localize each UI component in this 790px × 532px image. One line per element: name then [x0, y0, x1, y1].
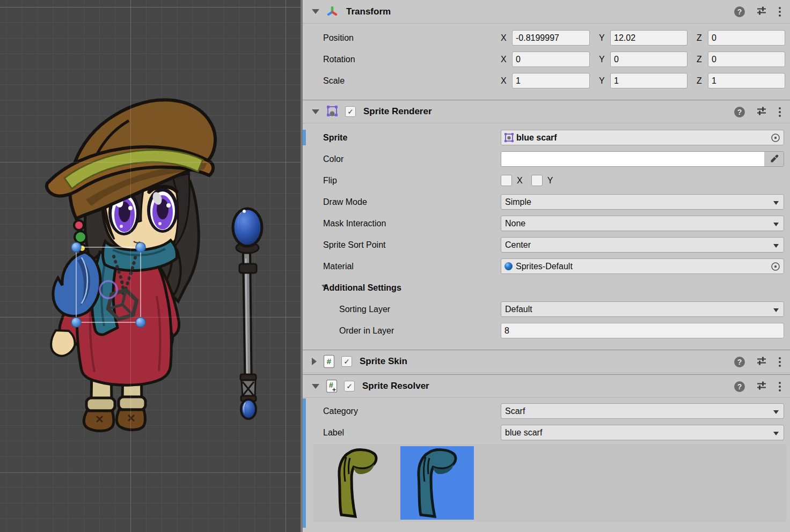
- foldout-icon[interactable]: [312, 9, 319, 14]
- help-icon[interactable]: ?: [734, 357, 745, 367]
- thumbnail-blue-scarf-selected[interactable]: [400, 446, 474, 520]
- sprite-sort-point-dropdown[interactable]: Center: [501, 237, 784, 253]
- svg-text:#: #: [327, 357, 332, 366]
- additional-settings-row[interactable]: Additional Settings: [303, 280, 790, 295]
- category-label: Category: [323, 407, 358, 416]
- unity-editor: Transform ? Position X-0.8199997 Y12.02 …: [0, 0, 790, 532]
- foldout-icon[interactable]: [312, 384, 319, 389]
- foldout-icon[interactable]: [312, 109, 319, 114]
- position-y-field[interactable]: 12.02: [610, 30, 687, 46]
- sprite-thumb-icon: [504, 132, 514, 143]
- mask-interaction-value: None: [505, 219, 525, 228]
- flip-x-label: X: [517, 176, 523, 186]
- axis-z-label: Z: [697, 33, 708, 43]
- staff-sprite[interactable]: [233, 209, 262, 419]
- rotation-y-field[interactable]: 0: [610, 51, 687, 67]
- eyedropper-icon[interactable]: [764, 152, 784, 166]
- transform-header[interactable]: Transform ?: [303, 0, 790, 24]
- presets-icon[interactable]: [756, 5, 767, 18]
- sprite-row: Sprite blue scarf: [303, 130, 790, 145]
- transform-icon: [326, 5, 339, 18]
- rotation-z-field[interactable]: 0: [708, 51, 785, 67]
- axis-y-label: Y: [599, 76, 610, 86]
- position-label: Position: [323, 33, 354, 43]
- flip-y-checkbox[interactable]: [531, 175, 543, 186]
- axis-z-label: Z: [697, 55, 708, 64]
- sprite-label: Sprite: [323, 133, 347, 143]
- sprite-value: blue scarf: [516, 133, 557, 143]
- flip-y-label: Y: [547, 176, 553, 186]
- scale-z-field[interactable]: 1: [708, 73, 785, 88]
- sprite-sort-point-row: Sprite Sort Point Center: [303, 237, 790, 253]
- help-icon[interactable]: ?: [734, 6, 745, 17]
- axis-x-label: X: [501, 55, 512, 64]
- more-menu-icon[interactable]: [779, 7, 781, 17]
- sprite-variant-strip: [313, 444, 786, 522]
- material-value: Sprites-Default: [516, 262, 573, 271]
- position-row: Position X-0.8199997 Y12.02 Z0: [303, 30, 790, 46]
- component-enabled-checkbox[interactable]: ✓: [344, 381, 355, 391]
- draw-mode-dropdown[interactable]: Simple: [501, 194, 784, 210]
- label-value: blue scarf: [505, 428, 542, 438]
- sorting-layer-dropdown[interactable]: Default: [501, 301, 784, 317]
- sprite-object-field[interactable]: blue scarf: [501, 130, 784, 145]
- sprite-resolver-header[interactable]: # + ✓ Sprite Resolver ?: [303, 374, 790, 398]
- order-in-layer-label: Order in Layer: [339, 326, 394, 336]
- component-title: Sprite Renderer: [363, 106, 432, 117]
- order-in-layer-field[interactable]: 8: [501, 323, 784, 338]
- material-sphere-icon: [504, 262, 513, 271]
- thumbnail-green-scarf[interactable]: [321, 446, 394, 520]
- label-dropdown[interactable]: blue scarf: [501, 425, 784, 440]
- sorting-layer-value: Default: [505, 305, 532, 314]
- position-x-field[interactable]: -0.8199997: [512, 30, 590, 46]
- sprite-renderer-header[interactable]: ✓ Sprite Renderer ?: [303, 100, 790, 123]
- material-row: Material Sprites-Default: [303, 258, 790, 274]
- scale-label: Scale: [323, 76, 345, 86]
- svg-text:+: +: [332, 386, 336, 394]
- sprite-renderer-icon: [326, 105, 339, 118]
- presets-icon[interactable]: [756, 380, 767, 393]
- category-value: Scarf: [505, 407, 525, 416]
- material-object-field[interactable]: Sprites-Default: [501, 258, 784, 274]
- component-title: Transform: [346, 6, 391, 17]
- category-dropdown[interactable]: Scarf: [501, 403, 784, 419]
- more-menu-icon[interactable]: [779, 382, 781, 391]
- axis-y-label: Y: [599, 33, 610, 43]
- sprite-sort-point-value: Center: [505, 240, 531, 250]
- help-icon[interactable]: ?: [734, 381, 745, 392]
- rotation-label: Rotation: [323, 55, 355, 64]
- component-enabled-checkbox[interactable]: ✓: [345, 106, 356, 117]
- component-title: Sprite Skin: [360, 356, 407, 367]
- presets-icon[interactable]: [756, 106, 767, 119]
- object-picker-icon[interactable]: [770, 261, 781, 274]
- scale-y-field[interactable]: 1: [610, 73, 687, 88]
- presets-icon[interactable]: [756, 356, 767, 368]
- sorting-layer-label: Sorting Layer: [339, 305, 390, 314]
- mask-interaction-label: Mask Interaction: [323, 219, 386, 228]
- more-menu-icon[interactable]: [779, 107, 781, 117]
- flip-x-checkbox[interactable]: [501, 175, 512, 186]
- sprite-skin-header[interactable]: # ✓ Sprite Skin ?: [303, 350, 790, 373]
- additional-settings-label: Additional Settings: [323, 283, 401, 293]
- label-label: Label: [323, 428, 344, 438]
- scene-view[interactable]: [0, 0, 301, 532]
- position-z-field[interactable]: 0: [708, 30, 785, 46]
- more-menu-icon[interactable]: [779, 357, 781, 367]
- sprite-sort-point-label: Sprite Sort Point: [323, 240, 386, 250]
- order-in-layer-row: Order in Layer 8: [303, 323, 790, 338]
- scale-x-field[interactable]: 1: [512, 73, 590, 88]
- object-picker-icon[interactable]: [770, 132, 781, 145]
- foldout-icon[interactable]: [312, 358, 317, 365]
- scale-row: Scale X1 Y1 Z1: [303, 73, 790, 88]
- mask-interaction-dropdown[interactable]: None: [501, 216, 784, 231]
- rotation-x-field[interactable]: 0: [512, 51, 590, 67]
- sprite-skin-script-icon: #: [323, 354, 335, 368]
- category-row: Category Scarf: [303, 403, 790, 419]
- color-field[interactable]: [501, 151, 784, 167]
- scene-canvas: [0, 0, 301, 532]
- component-enabled-checkbox[interactable]: ✓: [341, 356, 352, 367]
- color-swatch[interactable]: [501, 152, 764, 166]
- help-icon[interactable]: ?: [734, 107, 745, 117]
- flip-label: Flip: [323, 176, 337, 186]
- draw-mode-row: Draw Mode Simple: [303, 194, 790, 210]
